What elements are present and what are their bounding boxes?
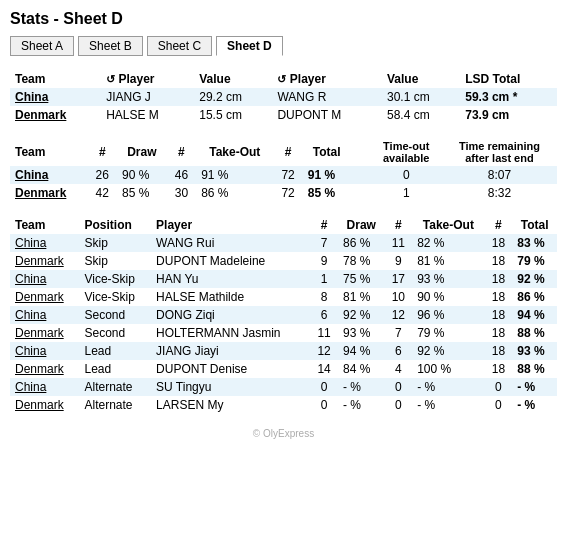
draw-cell: 84 % [338,360,385,378]
num2-cell: 30 [167,184,197,202]
takeout-cell: - % [412,396,484,414]
player-cell: HOLTERMANN Jasmin [151,324,310,342]
col-num1: # [87,138,117,166]
value2-cell: 30.1 cm [382,88,460,106]
team-cell: China [10,88,101,106]
team-cell: China [10,234,79,252]
player2-cell: WANG R [272,88,382,106]
n3-cell: 18 [485,360,513,378]
total-cell: 91 % [303,166,351,184]
n3-cell: 0 [485,378,513,396]
col-player: Player [151,216,310,234]
tab-sheet-c[interactable]: Sheet C [147,36,212,56]
team-cell: Denmark [10,324,79,342]
total-cell: 86 % [512,288,557,306]
num1-cell: 42 [87,184,117,202]
value1-cell: 29.2 cm [194,88,272,106]
team-cell: China [10,306,79,324]
col-position: Position [79,216,151,234]
takeout-cell: - % [412,378,484,396]
draw-cell: 94 % [338,342,385,360]
n3-cell: 18 [485,342,513,360]
spacer-cell [351,166,371,184]
n2-cell: 4 [385,360,413,378]
n1-cell: 8 [310,288,338,306]
num1-cell: 26 [87,166,117,184]
player-cell: DONG Ziqi [151,306,310,324]
player-cell: WANG Rui [151,234,310,252]
total-cell: 88 % [512,360,557,378]
position-cell: Lead [79,342,151,360]
team-cell: Denmark [10,396,79,414]
table-row: China Lead JIANG Jiayi 12 94 % 6 92 % 18… [10,342,557,360]
team-cell: Denmark [10,252,79,270]
draw-cell: 86 % [338,234,385,252]
draw-cell: 93 % [338,324,385,342]
table-row: China Vice-Skip HAN Yu 1 75 % 17 93 % 18… [10,270,557,288]
col-num3: # [273,138,303,166]
col-n3: # [485,216,513,234]
n1-cell: 0 [310,396,338,414]
position-cell: Lead [79,360,151,378]
num2-cell: 46 [167,166,197,184]
total-cell: - % [512,378,557,396]
total-cell: 85 % [303,184,351,202]
draw-cell: 90 % [117,166,167,184]
draw-cell: 78 % [338,252,385,270]
position-cell: Vice-Skip [79,270,151,288]
n1-cell: 9 [310,252,338,270]
team-cell: Denmark [10,288,79,306]
col-timeremain: Time remainingafter last end [442,138,557,166]
n2-cell: 9 [385,252,413,270]
tab-sheet-b[interactable]: Sheet B [78,36,143,56]
timeremain-cell: 8:32 [442,184,557,202]
player-cell: DUPONT Denise [151,360,310,378]
team-cell: Denmark [10,106,101,124]
n3-cell: 18 [485,324,513,342]
position-cell: Vice-Skip [79,288,151,306]
table-row: Denmark HALSE M 15.5 cm DUPONT M 58.4 cm… [10,106,557,124]
col-n1: # [310,216,338,234]
player-cell: HAN Yu [151,270,310,288]
n2-cell: 7 [385,324,413,342]
n3-cell: 18 [485,270,513,288]
table-row: Denmark Alternate LARSEN My 0 - % 0 - % … [10,396,557,414]
takeout-cell: 86 % [196,184,273,202]
player-cell: LARSEN My [151,396,310,414]
col-num2: # [167,138,197,166]
col-total: Total [512,216,557,234]
col-takeout: Take-Out [412,216,484,234]
total-cell: 92 % [512,270,557,288]
col-player2: ↺ Player [272,70,382,88]
takeout-cell: 96 % [412,306,484,324]
table-row: China Alternate SU Tingyu 0 - % 0 - % 0 … [10,378,557,396]
timeremain-cell: 8:07 [442,166,557,184]
lsd-table: Team ↺ Player Value ↺ Player Value LSD T… [10,70,557,124]
player1-cell: HALSE M [101,106,194,124]
tab-sheet-a[interactable]: Sheet A [10,36,74,56]
total-cell: 83 % [512,234,557,252]
col-team: Team [10,70,101,88]
col-total: Total [303,138,351,166]
n3-cell: 18 [485,306,513,324]
n3-cell: 18 [485,252,513,270]
position-cell: Alternate [79,396,151,414]
col-player1: ↺ Player [101,70,194,88]
n1-cell: 7 [310,234,338,252]
table-row: Denmark Lead DUPONT Denise 14 84 % 4 100… [10,360,557,378]
n1-cell: 1 [310,270,338,288]
timeout-cell: 1 [371,184,442,202]
position-cell: Skip [79,234,151,252]
col-team: Team [10,138,87,166]
takeout-cell: 90 % [412,288,484,306]
col-value2: Value [382,70,460,88]
page-title: Stats - Sheet D [10,10,557,28]
total-cell: 88 % [512,324,557,342]
total-cell: 93 % [512,342,557,360]
player-cell: DUPONT Madeleine [151,252,310,270]
col-timeout: Time-outavailable [371,138,442,166]
n1-cell: 0 [310,378,338,396]
tab-sheet-d[interactable]: Sheet D [216,36,283,56]
n3-cell: 18 [485,234,513,252]
takeout-cell: 81 % [412,252,484,270]
